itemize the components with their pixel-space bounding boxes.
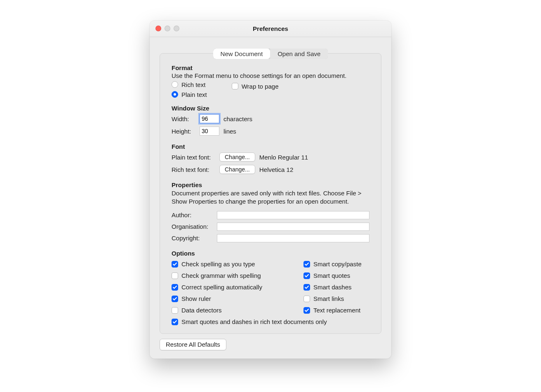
tab-new-document[interactable]: New Document: [213, 49, 270, 59]
height-label: Height:: [172, 128, 195, 135]
checkbox-icon: [172, 261, 178, 268]
plain-font-value: Menlo Regular 11: [259, 154, 308, 161]
window-size-heading: Window Size: [172, 105, 369, 112]
radio-icon: [172, 81, 178, 88]
zoom-button[interactable]: [174, 26, 179, 31]
checkbox-label: Correct spelling automatically: [181, 284, 262, 291]
checkbox-label: Check grammar with spelling: [181, 272, 261, 279]
rich-font-value: Helvetica 12: [259, 166, 294, 173]
font-heading: Font: [172, 143, 369, 150]
checkbox-data-detectors[interactable]: Data detectors: [172, 305, 303, 315]
author-label: Author:: [172, 211, 213, 218]
checkbox-smart-copy-paste[interactable]: Smart copy/paste: [303, 259, 369, 269]
height-unit: lines: [223, 128, 236, 135]
checkbox-smart-dashes[interactable]: Smart dashes: [303, 282, 369, 292]
properties-heading: Properties: [172, 181, 369, 188]
settings-panel: Format Use the Format menu to choose set…: [160, 53, 381, 334]
format-desc: Use the Format menu to choose settings f…: [172, 72, 369, 79]
checkbox-icon: [303, 261, 310, 268]
checkbox-icon: [172, 319, 178, 325]
author-input[interactable]: [217, 211, 369, 219]
checkbox-label: Check spelling as you type: [181, 261, 255, 268]
checkbox-icon: [303, 284, 310, 291]
options-heading: Options: [172, 250, 369, 257]
minimize-button[interactable]: [165, 26, 170, 31]
organisation-input[interactable]: [217, 223, 369, 231]
radio-rich-text[interactable]: Rich text: [172, 80, 207, 89]
checkbox-correct-spelling[interactable]: Correct spelling automatically: [172, 282, 303, 292]
height-input[interactable]: [200, 127, 219, 136]
radio-label: Plain text: [181, 91, 207, 98]
checkbox-icon: [303, 296, 310, 302]
checkbox-label: Smart links: [313, 295, 344, 302]
checkbox-smart-quotes[interactable]: Smart quotes: [303, 271, 369, 281]
width-label: Width:: [172, 115, 195, 122]
checkbox-icon: [232, 83, 238, 89]
checkbox-icon: [172, 307, 178, 314]
plain-font-label: Plain text font:: [172, 154, 215, 161]
checkbox-check-grammar[interactable]: Check grammar with spelling: [172, 271, 303, 281]
change-plain-font-button[interactable]: Change...: [219, 153, 255, 162]
checkbox-label: Show ruler: [181, 295, 211, 302]
tab-open-and-save[interactable]: Open and Save: [270, 49, 328, 59]
restore-defaults-button[interactable]: Restore All Defaults: [160, 339, 226, 350]
checkbox-label: Smart quotes and dashes in rich text doc…: [181, 318, 327, 325]
window-title: Preferences: [253, 25, 288, 32]
checkbox-show-ruler[interactable]: Show ruler: [172, 294, 303, 304]
width-unit: characters: [223, 115, 252, 122]
checkbox-label: Smart quotes: [313, 272, 350, 279]
checkbox-label: Wrap to page: [242, 83, 279, 90]
properties-desc: Document properties are saved only with …: [172, 189, 369, 206]
rich-font-label: Rich text font:: [172, 166, 215, 173]
checkbox-icon: [172, 284, 178, 291]
organisation-label: Organisation:: [172, 223, 213, 230]
checkbox-icon: [172, 272, 178, 279]
checkbox-label: Data detectors: [181, 307, 222, 314]
titlebar: Preferences: [150, 21, 391, 37]
close-button[interactable]: [155, 26, 161, 31]
traffic-lights: [155, 26, 179, 31]
checkbox-text-replacement[interactable]: Text replacement: [303, 305, 369, 315]
radio-label: Rich text: [181, 81, 205, 88]
checkbox-smart-links[interactable]: Smart links: [303, 294, 369, 304]
checkbox-label: Smart copy/paste: [313, 261, 362, 268]
checkbox-wrap-to-page[interactable]: Wrap to page: [232, 82, 279, 91]
width-input[interactable]: [200, 114, 219, 123]
change-rich-font-button[interactable]: Change...: [219, 165, 255, 174]
preferences-window: Preferences New Document Open and Save F…: [150, 21, 391, 359]
radio-plain-text[interactable]: Plain text: [172, 90, 207, 99]
checkbox-check-spelling[interactable]: Check spelling as you type: [172, 259, 303, 269]
checkbox-label: Text replacement: [313, 307, 360, 314]
checkbox-rich-text-only[interactable]: Smart quotes and dashes in rich text doc…: [172, 317, 369, 327]
copyright-input[interactable]: [217, 234, 369, 242]
checkbox-icon: [303, 272, 310, 279]
checkbox-icon: [303, 307, 310, 314]
segmented-control: New Document Open and Save: [213, 49, 328, 59]
copyright-label: Copyright:: [172, 235, 213, 242]
format-heading: Format: [172, 64, 369, 71]
radio-icon: [172, 91, 178, 98]
checkbox-label: Smart dashes: [313, 284, 352, 291]
checkbox-icon: [172, 296, 178, 302]
